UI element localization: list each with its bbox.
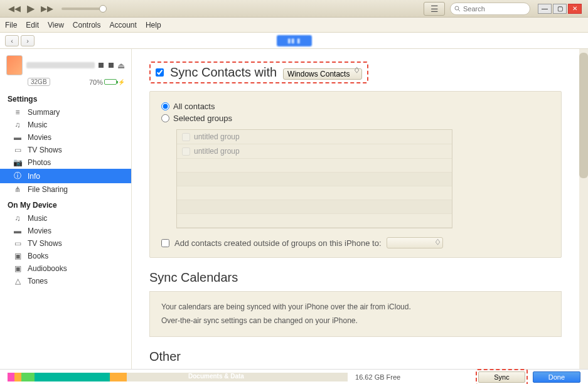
- sync-contacts-header: Sync Contacts with Windows Contacts: [149, 61, 562, 83]
- sidebar-item-info[interactable]: ⓘInfo: [0, 169, 131, 183]
- other-title: Other: [149, 349, 562, 364]
- info-icon: ⓘ: [13, 171, 23, 181]
- sidebar-label: Music: [28, 214, 47, 223]
- sync-highlight: Sync: [476, 369, 527, 385]
- back-button[interactable]: ‹: [5, 35, 19, 46]
- add-outside-dropdown[interactable]: [387, 237, 443, 248]
- sync-contacts-dropdown[interactable]: Windows Contacts: [283, 68, 362, 80]
- search-field[interactable]: [463, 5, 526, 13]
- volume-slider[interactable]: [61, 8, 105, 10]
- storage-usage-bar[interactable]: [8, 373, 348, 381]
- summary-icon: ≡: [13, 108, 23, 117]
- playback-toolbar: ◀◀ ▶ ▶▶ ☰ — ▢ ✕: [0, 0, 588, 18]
- sidebar-label: Movies: [28, 227, 51, 235]
- svg-line-1: [458, 9, 460, 11]
- sync-contacts-title: Sync Contacts with: [170, 65, 277, 80]
- device-name: [26, 62, 95, 68]
- menu-edit[interactable]: Edit: [26, 21, 39, 29]
- sidebar-device-header: On My Device: [0, 196, 131, 212]
- sidebar-label: File Sharing: [28, 185, 68, 194]
- next-button[interactable]: ▶▶: [40, 3, 54, 14]
- sidebar-dev-tones[interactable]: △Tones: [0, 275, 131, 287]
- done-button[interactable]: Done: [533, 371, 580, 383]
- scrollbar[interactable]: [579, 49, 588, 369]
- list-view-button[interactable]: ☰: [424, 2, 445, 16]
- sync-contacts-checkbox[interactable]: [156, 68, 164, 77]
- sync-button[interactable]: Sync: [478, 371, 525, 383]
- sidebar-dev-movies[interactable]: ▬Movies: [0, 225, 131, 237]
- search-input[interactable]: [450, 3, 530, 15]
- capacity-badge: 32GB: [28, 78, 50, 86]
- eject-button[interactable]: ⏏: [117, 61, 125, 70]
- device-subinfo: 32GB 70% ⚡: [0, 78, 131, 90]
- menu-account[interactable]: Account: [110, 21, 137, 29]
- maximize-button[interactable]: ▢: [553, 4, 567, 14]
- radio-all-contacts[interactable]: All contacts: [161, 100, 550, 112]
- radio-all-input[interactable]: [161, 102, 169, 110]
- sidebar-label: Movies: [28, 133, 51, 142]
- sidebar-label: Tones: [28, 277, 48, 285]
- sidebar: ⏏ 32GB 70% ⚡ Settings ≡Summary ♫Music ▬M…: [0, 49, 132, 369]
- radio-selected-groups[interactable]: Selected groups: [161, 112, 550, 124]
- sidebar-dev-audiobooks[interactable]: ▣Audiobooks: [0, 262, 131, 275]
- radio-all-label: All contacts: [173, 102, 215, 111]
- device-header[interactable]: ⏏: [0, 53, 131, 78]
- group-row-empty: [177, 214, 452, 228]
- sidebar-item-music[interactable]: ♫Music: [0, 119, 131, 131]
- menu-file[interactable]: File: [5, 21, 17, 29]
- sidebar-item-tvshows[interactable]: ▭TV Shows: [0, 144, 131, 156]
- movies-icon: ▬: [13, 133, 23, 142]
- battery-indicator: 70% ⚡: [89, 78, 125, 86]
- sidebar-item-photos[interactable]: 📷Photos: [0, 156, 131, 169]
- tv-icon: ▭: [13, 239, 23, 248]
- minimize-button[interactable]: —: [538, 4, 552, 14]
- window-controls: — ▢ ✕: [538, 4, 582, 14]
- prev-button[interactable]: ◀◀: [8, 3, 21, 14]
- group-label: untitled group: [194, 147, 240, 156]
- photos-icon: 📷: [13, 158, 23, 167]
- forward-button[interactable]: ›: [21, 35, 35, 46]
- status-dot: [99, 63, 104, 68]
- menu-controls[interactable]: Controls: [73, 21, 101, 29]
- battery-pct: 70%: [89, 78, 103, 86]
- music-icon: ♫: [13, 120, 23, 129]
- free-space-label: 16.62 GB Free: [355, 373, 400, 381]
- group-row[interactable]: untitled group: [177, 144, 452, 159]
- sidebar-item-movies[interactable]: ▬Movies: [0, 131, 131, 144]
- sidebar-label: Books: [28, 252, 48, 260]
- add-outside-checkbox[interactable]: [161, 239, 169, 247]
- battery-icon: [104, 79, 117, 85]
- filesharing-icon: ⋔: [13, 185, 23, 194]
- group-checkbox: [182, 133, 190, 141]
- radio-groups-label: Selected groups: [173, 114, 232, 123]
- play-button[interactable]: ▶: [24, 3, 38, 14]
- group-row-empty: [177, 200, 452, 214]
- device-thumbnail-icon: [6, 55, 23, 75]
- sidebar-dev-music[interactable]: ♫Music: [0, 212, 131, 225]
- sidebar-dev-books[interactable]: ▣Books: [0, 250, 131, 262]
- scrollbar-thumb[interactable]: [579, 53, 588, 178]
- radio-groups-input[interactable]: [161, 114, 169, 122]
- close-button[interactable]: ✕: [568, 4, 582, 14]
- content-area: ⏏ 32GB 70% ⚡ Settings ≡Summary ♫Music ▬M…: [0, 49, 588, 369]
- status-dot: [109, 63, 114, 68]
- group-checkbox: [182, 147, 190, 156]
- movies-icon: ▬: [13, 227, 23, 235]
- tones-icon: △: [13, 277, 23, 285]
- sidebar-settings-header: Settings: [0, 90, 131, 106]
- menu-view[interactable]: View: [48, 21, 64, 29]
- calendars-line2: Over-the-air sync settings can be change…: [161, 314, 550, 328]
- group-row-empty: [177, 159, 452, 173]
- menu-help[interactable]: Help: [146, 21, 161, 29]
- device-pill[interactable]: ▮▮ ▮: [277, 35, 312, 46]
- music-icon: ♫: [13, 214, 23, 223]
- sidebar-label: Audiobooks: [28, 264, 67, 273]
- sidebar-item-filesharing[interactable]: ⋔File Sharing: [0, 183, 131, 196]
- menu-bar: File Edit View Controls Account Help: [0, 18, 588, 33]
- sidebar-item-summary[interactable]: ≡Summary: [0, 106, 131, 119]
- sync-contacts-highlight: Sync Contacts with Windows Contacts: [149, 61, 368, 83]
- bottom-bar: Documents & Data 16.62 GB Free Sync Done: [0, 369, 588, 384]
- calendars-panel: Your calendars are being synced with you…: [149, 291, 562, 337]
- sidebar-dev-tvshows[interactable]: ▭TV Shows: [0, 237, 131, 250]
- group-row[interactable]: untitled group: [177, 130, 452, 144]
